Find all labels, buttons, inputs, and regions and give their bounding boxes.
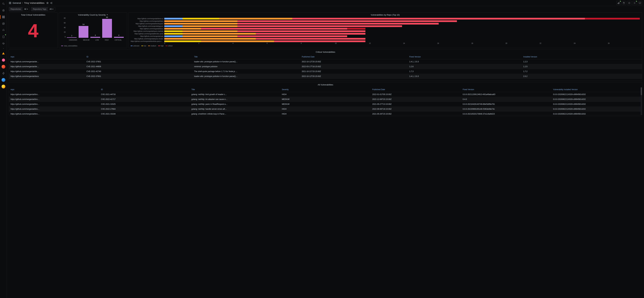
- svg-rect-27: [639, 2, 641, 3]
- topbar: General / Trivy Vulnerabilities: [7, 0, 644, 6]
- panel-severity-bar: Vulnerability Count by Severity 80604020…: [59, 12, 127, 48]
- bolt-icon[interactable]: [1, 71, 6, 76]
- panel-title[interactable]: Critical Vulnerabilities: [9, 50, 642, 55]
- settings-button[interactable]: [632, 1, 637, 5]
- variable-repository-tags: Repository Tags All: [31, 7, 55, 11]
- panel-title[interactable]: All Vulnerabilities: [9, 82, 642, 87]
- panel-critical-table: Critical Vulnerabilities repoIDTitlePubl…: [9, 49, 642, 81]
- table-row[interactable]: https://github.com/mergestat/docsCVE-202…: [9, 74, 642, 79]
- search-icon[interactable]: [1, 2, 6, 6]
- hbar-row[interactable]: [164, 38, 640, 40]
- cloud-download-icon[interactable]: [1, 41, 6, 46]
- variable-repositories: Repositories All: [9, 7, 30, 11]
- org-yellow-icon[interactable]: [1, 84, 6, 89]
- column-header[interactable]: Title: [192, 55, 300, 59]
- column-header[interactable]: Published Date: [371, 87, 461, 92]
- svg-point-16: [50, 3, 51, 3]
- bar-high[interactable]: 86: [102, 19, 112, 38]
- nav-sidebar: [0, 0, 7, 298]
- hbar-label: https://github.com/mergestat/lambda-quer…: [131, 41, 163, 42]
- bar-unknown[interactable]: 2: [67, 37, 76, 38]
- hbar-row[interactable]: [164, 18, 640, 20]
- hbar-row[interactable]: [164, 41, 640, 42]
- column-header[interactable]: Published Date: [300, 55, 408, 59]
- org-blue-icon[interactable]: [1, 78, 6, 82]
- panel-repo-hbar: Vulnerabilities by Repo (Top 10) https:/…: [128, 12, 642, 48]
- panel-total-critical: Total Critical Vulnerabilities 4: [9, 12, 58, 48]
- variable-value[interactable]: All: [48, 7, 55, 11]
- monitor-button[interactable]: [638, 1, 642, 5]
- hbar-row[interactable]: [164, 33, 640, 35]
- svg-marker-8: [3, 23, 4, 24]
- favorite-star-icon[interactable]: [46, 2, 49, 4]
- hbar-row[interactable]: [164, 23, 640, 25]
- svg-rect-5: [2, 17, 3, 18]
- panel-title[interactable]: Vulnerability Count by Severity: [59, 13, 127, 17]
- svg-line-1: [4, 4, 4, 5]
- column-header[interactable]: ID: [85, 55, 192, 59]
- alerting-icon[interactable]: [1, 28, 6, 33]
- explore-icon[interactable]: [1, 22, 6, 26]
- alert-light-icon[interactable]: [1, 51, 6, 56]
- breadcrumb-title[interactable]: Trivy Vulnerabilities: [24, 2, 44, 4]
- table-row[interactable]: https://github.com/mergestat/bro…CVE-202…: [9, 107, 642, 112]
- svg-rect-13: [9, 3, 10, 4]
- scrollbar[interactable]: [641, 87, 642, 115]
- column-header[interactable]: repo: [9, 55, 85, 59]
- chart-legend: unknownlowmediumhighcritical: [131, 45, 172, 47]
- table-row[interactable]: https://github.com/mergestat/bro…CVE-202…: [9, 112, 642, 116]
- svg-rect-22: [618, 3, 619, 4]
- column-header[interactable]: Fixed Version: [461, 87, 552, 92]
- column-header[interactable]: Installed Version: [522, 55, 642, 59]
- divider: [3, 48, 4, 49]
- svg-marker-10: [2, 72, 4, 75]
- panel-title[interactable]: Total Critical Vulnerabilities: [9, 13, 58, 17]
- org-red-icon[interactable]: [1, 65, 6, 69]
- column-header[interactable]: ID: [99, 87, 190, 92]
- table-row[interactable]: https://github.com/mergestat/de…CVE-2022…: [9, 59, 642, 64]
- bar-low[interactable]: 4: [90, 37, 100, 38]
- column-header[interactable]: Fixed Version: [408, 55, 522, 59]
- grid-icon[interactable]: [9, 2, 11, 4]
- column-header[interactable]: Severity: [280, 87, 370, 92]
- column-header[interactable]: repo: [9, 87, 99, 92]
- star-icon[interactable]: [1, 8, 6, 13]
- column-header[interactable]: Title: [190, 87, 280, 92]
- hbar-label: https://github.com/mergestat/pgsync: [131, 25, 163, 27]
- svg-rect-3: [2, 16, 3, 17]
- hbar-label: https://github.com/mergestat/docs: [131, 28, 163, 30]
- hbar-row[interactable]: [164, 35, 640, 37]
- save-button[interactable]: [622, 1, 626, 5]
- stat-value: 4: [9, 17, 58, 44]
- svg-marker-15: [46, 2, 48, 4]
- table-row[interactable]: https://github.com/mergestat/bro…CVE-202…: [9, 102, 642, 107]
- svg-point-26: [634, 3, 635, 3]
- panel-title[interactable]: Vulnerabilities by Repo (Top 10): [128, 13, 642, 17]
- variable-value[interactable]: All: [23, 7, 30, 11]
- hbar-label: https://github.com/mergestat/sqlq: [131, 35, 163, 37]
- bar-critical[interactable]: 4: [114, 37, 124, 38]
- breadcrumb-folder[interactable]: General: [12, 2, 21, 4]
- hbar-row[interactable]: [164, 28, 640, 30]
- chevron-down-icon: [27, 9, 28, 10]
- column-header[interactable]: Vulnerability Installed Version: [552, 87, 642, 92]
- hbar-row[interactable]: [164, 25, 640, 27]
- table-row[interactable]: https://github.com/mergestat/bro…CVE-202…: [9, 97, 642, 102]
- bar-medium[interactable]: 54: [78, 26, 88, 38]
- hbar-row[interactable]: [164, 20, 640, 22]
- svg-point-17: [52, 2, 52, 3]
- add-panel-button[interactable]: [616, 1, 621, 5]
- history-button[interactable]: [627, 1, 632, 5]
- brain-icon[interactable]: [1, 58, 6, 62]
- hbar-row[interactable]: [164, 30, 640, 32]
- svg-rect-23: [619, 2, 620, 4]
- hbar-label: https://github.com/mergestat/starq: [131, 20, 163, 22]
- svg-rect-14: [10, 3, 11, 4]
- share-icon[interactable]: [50, 2, 52, 4]
- svg-rect-4: [4, 16, 4, 17]
- table-row[interactable]: https://github.com/mergestat/de…CVE-2021…: [9, 69, 642, 74]
- table-row[interactable]: https://github.com/mergestat/de…CVE-2021…: [9, 64, 642, 69]
- file-icon[interactable]: [1, 35, 6, 39]
- dashboards-icon[interactable]: [1, 15, 6, 19]
- table-row[interactable]: https://github.com/mergestat/bro…CVE-202…: [9, 92, 642, 97]
